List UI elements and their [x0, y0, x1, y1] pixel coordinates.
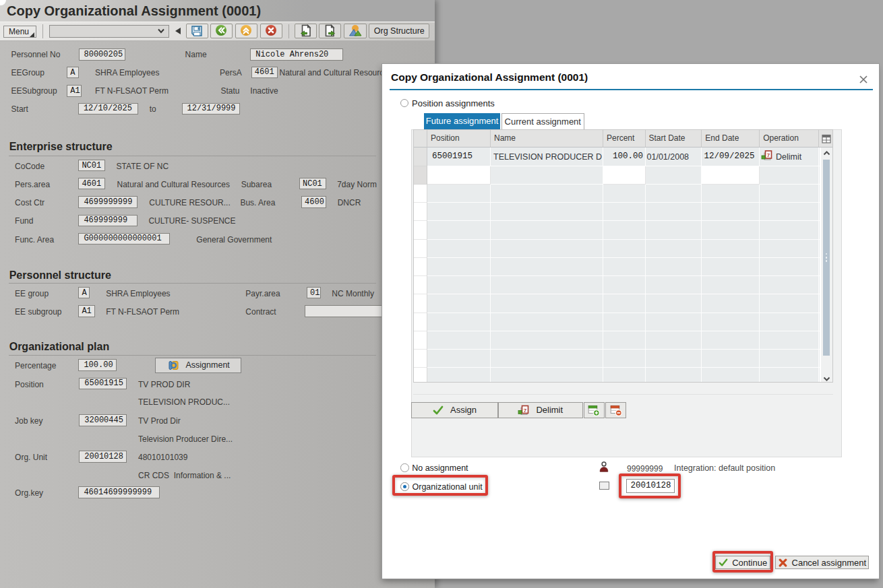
svg-text:7: 7 [524, 407, 527, 413]
svg-text:7: 7 [767, 152, 770, 158]
